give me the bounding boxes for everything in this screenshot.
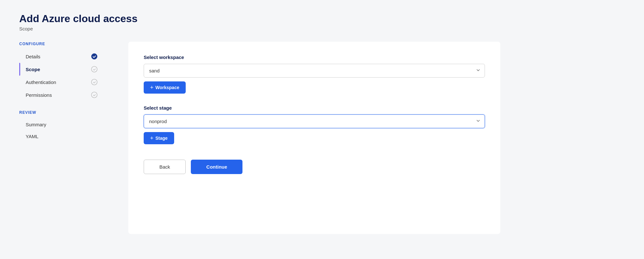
sidebar-scope-label: Scope — [26, 67, 91, 72]
add-stage-button[interactable]: + Stage — [144, 132, 174, 144]
svg-point-1 — [91, 66, 97, 72]
plus-icon: + — [150, 85, 154, 90]
main-content: Select workspace sand + Workspace — [128, 42, 500, 234]
back-button[interactable]: Back — [144, 160, 186, 174]
content-layout: CONFIGURE Details Scope — [19, 42, 500, 234]
workspace-select[interactable]: sand — [144, 64, 485, 78]
page-subtitle: Scope — [19, 26, 500, 31]
add-workspace-button[interactable]: + Workspace — [144, 81, 186, 94]
stage-select-wrapper: nonprod — [144, 114, 485, 128]
stage-plus-icon: + — [150, 135, 154, 141]
continue-button[interactable]: Continue — [191, 160, 242, 174]
sidebar-item-scope[interactable]: Scope — [19, 63, 103, 76]
add-stage-label: Stage — [156, 136, 168, 141]
sidebar-permissions-label: Permissions — [26, 92, 91, 98]
details-check-icon — [91, 53, 97, 60]
sidebar-details-label: Details — [26, 54, 91, 59]
review-section-label: REVIEW — [19, 110, 103, 115]
page-header: Add Azure cloud access Scope — [19, 13, 500, 31]
sidebar-authentication-label: Authentication — [26, 79, 91, 85]
sidebar-item-yaml[interactable]: YAML — [19, 130, 103, 142]
stage-section: Select stage nonprod + Stage — [144, 105, 485, 144]
sidebar-item-permissions[interactable]: Permissions — [19, 88, 103, 101]
stage-select[interactable]: nonprod — [144, 114, 485, 128]
sidebar-summary-label: Summary — [26, 122, 97, 127]
svg-point-0 — [91, 54, 97, 59]
action-row: Back Continue — [144, 160, 485, 174]
svg-point-3 — [91, 92, 97, 98]
sidebar: CONFIGURE Details Scope — [19, 42, 103, 234]
workspace-label: Select workspace — [144, 54, 485, 60]
sidebar-item-details[interactable]: Details — [19, 50, 103, 63]
page-title: Add Azure cloud access — [19, 13, 500, 25]
workspace-section: Select workspace sand + Workspace — [144, 54, 485, 94]
sidebar-item-summary[interactable]: Summary — [19, 119, 103, 130]
authentication-check-icon — [91, 79, 97, 85]
page-container: Add Azure cloud access Scope CONFIGURE D… — [19, 13, 500, 234]
scope-check-icon — [91, 66, 97, 72]
add-workspace-label: Workspace — [156, 85, 179, 90]
workspace-select-wrapper: sand — [144, 64, 485, 78]
sidebar-yaml-label: YAML — [26, 134, 97, 139]
configure-section-label: CONFIGURE — [19, 42, 103, 46]
permissions-check-icon — [91, 92, 97, 98]
stage-label: Select stage — [144, 105, 485, 111]
svg-point-2 — [91, 79, 97, 85]
sidebar-item-authentication[interactable]: Authentication — [19, 76, 103, 88]
configure-items: Details Scope — [19, 50, 103, 101]
review-items: Summary YAML — [19, 119, 103, 142]
